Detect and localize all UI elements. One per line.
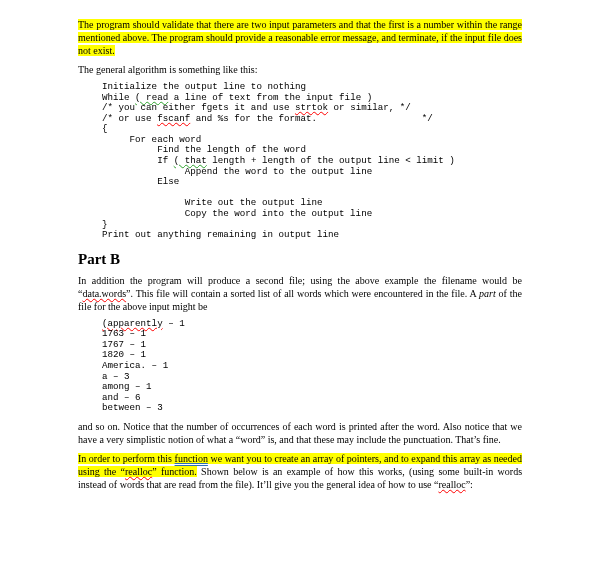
document-page: The program should validate that there a… (0, 0, 600, 509)
spell-underline: data.words (82, 288, 126, 299)
code-line: Find the length of the word (102, 144, 306, 155)
spell-underline: realloc (125, 466, 152, 477)
code-line: If ( that length + length of the output … (102, 155, 455, 166)
code-line: Write out the output line (102, 197, 323, 208)
list-item: and – 6 (102, 392, 141, 403)
pseudocode-block: Initialize the output line to nothing Wh… (102, 82, 522, 241)
italic-text: part (479, 288, 496, 299)
code-line: For each word (102, 134, 201, 145)
grammar-underline: ( read (135, 92, 168, 103)
part-b-intro: In addition the program will produce a s… (78, 274, 522, 313)
algorithm-intro: The general algorithm is something like … (78, 63, 522, 76)
highlight-span: The program should validate that there a… (78, 19, 522, 56)
code-line: { (102, 123, 108, 134)
grammar-underline: ( that (174, 155, 207, 166)
code-line: Append the word to the output line (102, 166, 372, 177)
spell-underline: (apparently (102, 318, 163, 329)
code-line: /* you can either fgets it and use strto… (102, 102, 411, 113)
list-item: (apparently – 1 (102, 318, 185, 329)
code-line: While ( read a line of text from the inp… (102, 92, 372, 103)
list-item: between – 3 (102, 402, 163, 413)
list-item: a – 3 (102, 371, 130, 382)
spell-underline: fscanf (157, 113, 190, 124)
realloc-paragraph: In order to perform this function we wan… (78, 452, 522, 491)
validation-paragraph: The program should validate that there a… (78, 18, 522, 57)
code-line: Else (102, 176, 179, 187)
wordlist-block: (apparently – 1 1763 – 1 1767 – 1 1820 –… (102, 319, 522, 414)
code-line: } (102, 219, 108, 230)
code-line: Initialize the output line to nothing (102, 81, 306, 92)
occurrences-paragraph: and so on. Notice that the number of occ… (78, 420, 522, 446)
spell-underline: realloc (438, 479, 465, 490)
code-line: Copy the word into the output line (102, 208, 372, 219)
list-item: among – 1 (102, 381, 152, 392)
function-underline: function (175, 453, 208, 464)
code-line: /* or use fscanf and %s for the format. … (102, 113, 433, 124)
part-b-heading: Part B (78, 251, 522, 268)
list-item: 1820 – 1 (102, 349, 146, 360)
list-item: 1767 – 1 (102, 339, 146, 350)
code-line: Print out anything remaining in output l… (102, 229, 339, 240)
list-item: 1763 – 1 (102, 328, 146, 339)
list-item: America. – 1 (102, 360, 168, 371)
spell-underline: strtok (295, 102, 328, 113)
